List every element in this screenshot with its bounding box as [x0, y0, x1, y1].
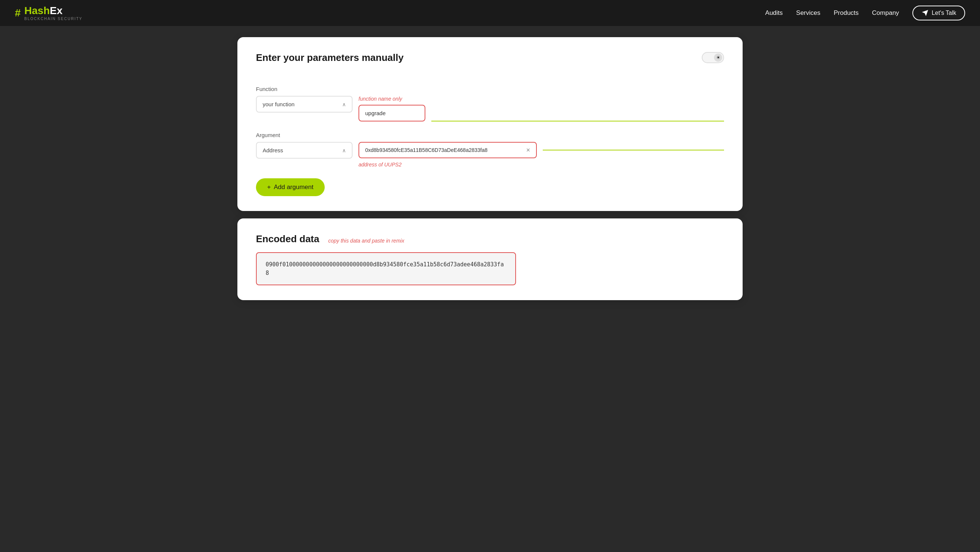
argument-row: Argument Address ∧ × address of U — [256, 132, 724, 168]
argument-input-container: × — [358, 142, 724, 158]
manual-params-title: Enter your parameters manually — [256, 52, 403, 64]
argument-dropdown[interactable]: Address ∧ — [256, 142, 353, 159]
encoded-data-card: Encoded data copy this data and paste in… — [237, 218, 743, 300]
theme-toggle[interactable]: ☀ — [702, 52, 724, 63]
function-underline — [431, 121, 724, 121]
telegram-icon — [921, 9, 929, 17]
function-annotation: function name only — [358, 96, 724, 102]
add-argument-area: + Add argument — [256, 178, 724, 196]
argument-input[interactable] — [358, 142, 537, 158]
argument-input-wrapper: × — [358, 142, 537, 158]
logo-ex-text: Ex — [50, 6, 62, 16]
argument-input-area: × address of UUPS2 — [358, 142, 724, 168]
sun-icon: ☀ — [716, 55, 720, 60]
function-dropdown[interactable]: your function ∧ — [256, 96, 353, 113]
encoded-data-box: 0900f010000000000000000000000000d8b93458… — [256, 252, 516, 285]
encoded-annotation: copy this data and paste in remix — [328, 238, 404, 244]
logo-hash-text: Hash — [24, 6, 50, 16]
argument-dropdown-value: Address — [262, 147, 283, 153]
lets-talk-button[interactable]: Let's Talk — [912, 6, 965, 21]
function-input-row — [358, 105, 724, 121]
argument-input-row: Address ∧ × address of UUPS2 — [256, 142, 724, 168]
encoded-section-header: Encoded data copy this data and paste in… — [256, 233, 724, 245]
logo-text-block: Hash Ex BLOCKCHAIN SECURITY — [24, 6, 83, 21]
card-header: Enter your parameters manually ☀ — [256, 52, 724, 75]
add-argument-button[interactable]: + Add argument — [256, 178, 325, 196]
nav-company[interactable]: Company — [872, 9, 899, 17]
argument-underline — [543, 150, 724, 150]
function-label: Function — [256, 86, 724, 92]
chevron-down-icon: ∧ — [342, 102, 346, 107]
function-input[interactable] — [358, 105, 425, 121]
main-content: Enter your parameters manually ☀ Functio… — [230, 26, 750, 311]
argument-label: Argument — [256, 132, 724, 138]
main-nav: Audits Services Products Company Let's T… — [765, 6, 965, 21]
logo-subtitle: BLOCKCHAIN SECURITY — [24, 17, 83, 21]
chevron-down-icon-2: ∧ — [342, 148, 346, 153]
nav-products[interactable]: Products — [834, 9, 859, 17]
theme-toggle-knob: ☀ — [714, 54, 722, 62]
add-argument-label: Add argument — [274, 183, 313, 191]
clear-argument-button[interactable]: × — [522, 146, 534, 154]
encoded-data-title: Encoded data — [256, 233, 319, 245]
function-row: Function your function ∧ function name o… — [256, 86, 724, 121]
nav-services[interactable]: Services — [796, 9, 820, 17]
function-input-area: function name only — [358, 96, 724, 121]
argument-annotation: address of UUPS2 — [358, 162, 402, 167]
logo: # Hash Ex BLOCKCHAIN SECURITY — [15, 6, 83, 21]
logo-hash-symbol: # — [15, 7, 21, 19]
manual-params-card: Enter your parameters manually ☀ Functio… — [237, 37, 743, 211]
nav-audits[interactable]: Audits — [765, 9, 783, 17]
function-dropdown-value: your function — [262, 101, 294, 107]
header: # Hash Ex BLOCKCHAIN SECURITY Audits Ser… — [0, 0, 980, 26]
lets-talk-label: Let's Talk — [932, 10, 956, 16]
add-argument-icon: + — [267, 183, 271, 191]
